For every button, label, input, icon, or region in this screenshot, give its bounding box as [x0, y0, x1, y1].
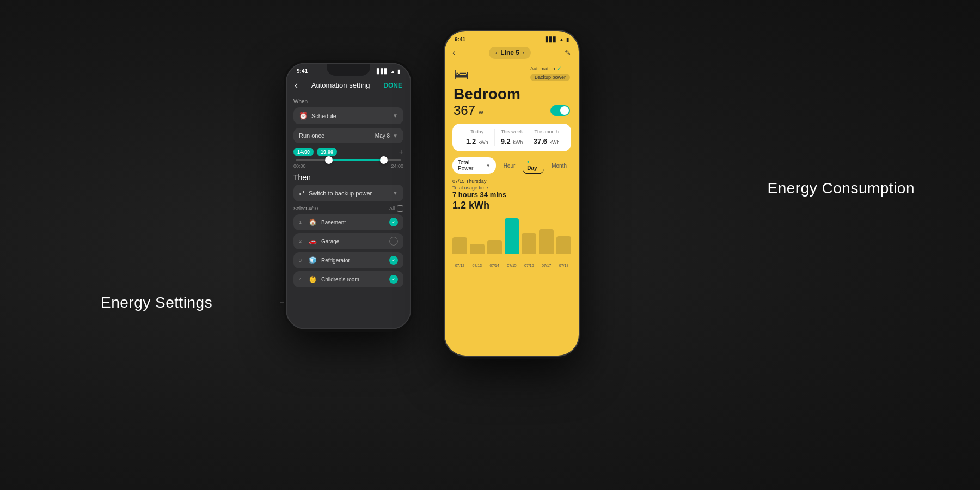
- device-item-3[interactable]: 3 🧊 Refrigerator ✓: [293, 252, 403, 268]
- bar-label-6: 07/17: [539, 264, 554, 267]
- run-once-label: Run once: [299, 132, 324, 139]
- phone1-frame: 9:41 ▋▋▋ ▲ ▮ ‹ Automation setting DONE W…: [286, 63, 411, 329]
- time-start-bubble[interactable]: 14:00: [293, 148, 314, 156]
- chart-kwh: 1.2 kWh: [452, 200, 571, 211]
- bar-col-3: [487, 240, 502, 254]
- clock-icon: ⏰: [299, 112, 308, 120]
- line-next-arrow[interactable]: ›: [523, 50, 524, 56]
- device-3-name: Refrigerator: [321, 258, 385, 264]
- bar-col-1: [452, 237, 467, 254]
- phone1-time: 9:41: [297, 68, 308, 74]
- device-section: 🛏 Automation ✓ Backup power Bedroom 367 …: [445, 62, 579, 118]
- device-item-2[interactable]: 2 🚗 Garage: [293, 233, 403, 249]
- device-1-num: 1: [299, 219, 304, 225]
- automation-label: Automation: [530, 66, 555, 71]
- slider-fill: [327, 159, 385, 161]
- run-once-selector[interactable]: Run once May 8 ▼: [293, 128, 403, 143]
- slider-thumb-left[interactable]: [325, 156, 333, 164]
- chart-area: 07/15 Thursday Total usage time 7 hours …: [445, 179, 579, 267]
- bar-chart: [452, 215, 571, 264]
- device-item-1[interactable]: 1 🏠 Basement ✓: [293, 214, 403, 230]
- phone2-battery-icon: ▮: [566, 37, 569, 42]
- select-all-group[interactable]: All: [389, 205, 403, 212]
- phone2-back-button[interactable]: ‹: [452, 48, 455, 58]
- device-3-check[interactable]: ✓: [389, 256, 398, 265]
- bar-label-5: 07/16: [522, 264, 536, 267]
- bar-col-4: [505, 218, 519, 254]
- month-unit: kWh: [550, 139, 560, 145]
- garage-icon: 🚗: [309, 237, 317, 245]
- month-label: This month: [529, 129, 564, 134]
- device-2-check[interactable]: [389, 237, 398, 246]
- switch-backup-chevron: ▼: [393, 190, 398, 196]
- device-4-check[interactable]: ✓: [389, 275, 398, 284]
- time-bubbles-row: 14:00 19:00 +: [293, 148, 403, 156]
- then-label: Then: [293, 173, 403, 182]
- bar-chart-container: 07/12 07/13 07/14 07/15 07/16 07/17 07/1…: [452, 215, 571, 267]
- edit-icon[interactable]: ✎: [565, 48, 571, 57]
- line-selector[interactable]: ‹ Line 5 ›: [489, 47, 531, 59]
- all-label: All: [389, 206, 395, 211]
- period-hour-button[interactable]: Hour: [499, 161, 520, 171]
- phone2-nav: ‹ ‹ Line 5 › ✎: [445, 45, 579, 62]
- phone1-notch: [327, 64, 370, 76]
- chart-type-chevron: ▼: [486, 163, 491, 168]
- run-once-chevron: ▼: [393, 133, 398, 139]
- bar-label-3: 07/14: [487, 264, 502, 267]
- phone2-notch: [490, 31, 534, 43]
- device-item-4[interactable]: 4 👶 Children's room ✓: [293, 271, 403, 287]
- week-value-row: 9.2 kWh: [495, 136, 529, 146]
- bar-col-6: [539, 229, 554, 254]
- phone1-header: ‹ Automation setting DONE: [287, 76, 410, 94]
- bar-3: [487, 240, 502, 254]
- childrens-icon: 👶: [309, 275, 317, 283]
- time-add-button[interactable]: +: [399, 148, 403, 156]
- slider-thumb-right[interactable]: [380, 156, 388, 164]
- basement-icon: 🏠: [309, 218, 317, 226]
- phone2-frame: 9:41 ▋▋▋ ▲ ▮ ‹ ‹ Line 5 › ✎: [444, 30, 580, 357]
- select-all-checkbox[interactable]: [397, 205, 403, 212]
- line-prev-arrow[interactable]: ‹: [495, 50, 497, 56]
- phone2-time: 9:41: [455, 36, 465, 42]
- device-3-num: 3: [299, 258, 304, 263]
- bedroom-name: Bedroom: [454, 85, 570, 103]
- time-slider-track[interactable]: [296, 159, 401, 161]
- switch-backup-label: Switch to backup power: [309, 190, 372, 197]
- bar-7: [556, 236, 571, 254]
- switch-backup-selector[interactable]: ⇄ Switch to backup power ▼: [293, 185, 403, 201]
- bar-labels-row: 07/12 07/13 07/14 07/15 07/16 07/17 07/1…: [452, 264, 571, 267]
- today-unit: kWh: [479, 139, 488, 145]
- period-day-button[interactable]: • Day: [523, 157, 544, 174]
- device-1-check[interactable]: ✓: [389, 218, 398, 226]
- device-4-name: Children's room: [321, 277, 385, 283]
- schedule-selector[interactable]: ⏰ Schedule ▼: [293, 107, 403, 124]
- phone1-wrapper: 9:41 ▋▋▋ ▲ ▮ ‹ Automation setting DONE W…: [286, 63, 411, 329]
- chart-usage-label: Total usage time: [452, 185, 571, 191]
- power-toggle[interactable]: [550, 105, 570, 116]
- chart-type-button[interactable]: Total Power ▼: [452, 157, 496, 174]
- time-range: 14:00 19:00 + 00:00 24:00: [293, 148, 403, 169]
- automation-badge: Automation ✓: [530, 65, 570, 71]
- power-row: 367 w: [454, 103, 570, 118]
- schedule-chevron: ▼: [393, 113, 398, 119]
- device-2-num: 2: [299, 238, 304, 244]
- period-day-dot: •: [527, 159, 529, 165]
- bar-5: [522, 233, 536, 254]
- bar-1: [452, 237, 467, 254]
- phone1-status-icons: ▋▋▋ ▲ ▮: [377, 69, 400, 74]
- time-end-bubble[interactable]: 19:00: [317, 148, 337, 156]
- week-label: This week: [495, 129, 529, 134]
- week-value: 9.2: [501, 137, 511, 145]
- bar-col-2: [470, 244, 485, 254]
- bedroom-icon: 🛏: [454, 65, 469, 83]
- time-labels: 00:00 24:00: [293, 163, 403, 169]
- period-month-button[interactable]: Month: [547, 161, 571, 171]
- month-value: 37.6: [534, 137, 547, 145]
- wifi-icon: ▲: [390, 69, 395, 74]
- phone1-screen: 9:41 ▋▋▋ ▲ ▮ ‹ Automation setting DONE W…: [287, 64, 410, 328]
- select-row: Select 4/10 All: [293, 205, 403, 212]
- done-button[interactable]: DONE: [383, 82, 402, 89]
- automation-check-icon: ✓: [557, 65, 561, 71]
- schedule-label: Schedule: [311, 113, 336, 119]
- when-label: When: [293, 99, 403, 105]
